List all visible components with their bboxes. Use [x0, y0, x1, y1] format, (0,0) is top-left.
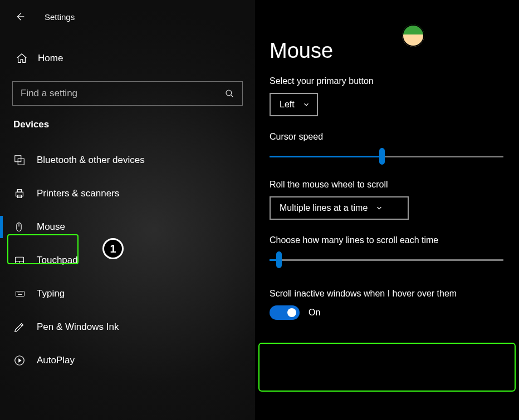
- annotation-callout-1: 1: [102, 238, 124, 259]
- search-input-wrapper[interactable]: [12, 81, 243, 106]
- primary-button-group: Select your primary button Left: [270, 76, 503, 116]
- nav-home-label: Home: [38, 53, 63, 64]
- slider-fill: [270, 156, 382, 157]
- toggle-knob: [287, 308, 296, 317]
- lines-scroll-label: Choose how many lines to scroll each tim…: [270, 235, 503, 245]
- sidebar-item-label: Touchpad: [37, 255, 78, 266]
- wheel-scroll-dropdown[interactable]: Multiple lines at a time: [270, 196, 409, 220]
- sidebar-item-label: Bluetooth & other devices: [37, 155, 145, 166]
- home-icon: [16, 52, 30, 65]
- sidebar-item-pen[interactable]: Pen & Windows Ink: [0, 310, 255, 344]
- printer-icon: [13, 187, 30, 200]
- inactive-scroll-group: Scroll inactive windows when I hover ove…: [270, 289, 503, 320]
- svg-rect-3: [16, 192, 23, 196]
- wheel-scroll-value: Multiple lines at a time: [280, 203, 368, 213]
- title-bar: Settings: [0, 0, 255, 33]
- arrow-left-icon: [14, 11, 26, 23]
- content-pane: Mouse Select your primary button Left Cu…: [255, 0, 519, 420]
- slider-track: [270, 259, 503, 261]
- back-button[interactable]: [12, 9, 28, 24]
- inactive-scroll-label: Scroll inactive windows when I hover ove…: [270, 289, 503, 299]
- svg-rect-4: [17, 190, 21, 192]
- nav-home[interactable]: Home: [0, 43, 255, 73]
- sidebar-item-mouse[interactable]: Mouse: [0, 210, 255, 244]
- bluetooth-devices-icon: [13, 154, 30, 166]
- sidebar-item-bluetooth[interactable]: Bluetooth & other devices: [0, 144, 255, 177]
- sidebar-item-label: Typing: [37, 288, 65, 299]
- search-input[interactable]: [21, 88, 224, 99]
- svg-marker-19: [18, 358, 22, 362]
- svg-point-0: [226, 90, 232, 96]
- inactive-scroll-toggle[interactable]: [270, 305, 300, 320]
- sidebar-item-label: Pen & Windows Ink: [37, 322, 119, 333]
- nav-list: Bluetooth & other devices Printers & sca…: [0, 144, 255, 377]
- mouse-icon: [13, 221, 30, 233]
- chevron-down-icon: [302, 101, 310, 108]
- wheel-scroll-group: Roll the mouse wheel to scroll Multiple …: [270, 180, 503, 220]
- keyboard-icon: [13, 289, 30, 299]
- slider-thumb[interactable]: [379, 148, 385, 165]
- section-title-devices: Devices: [0, 106, 255, 138]
- sidebar-item-touchpad[interactable]: Touchpad: [0, 244, 255, 277]
- lines-scroll-group: Choose how many lines to scroll each tim…: [270, 235, 503, 268]
- primary-button-label: Select your primary button: [270, 76, 503, 86]
- chevron-down-icon: [375, 204, 383, 212]
- cursor-speed-slider[interactable]: [270, 149, 503, 164]
- cursor-speed-label: Cursor speed: [270, 132, 503, 142]
- touchpad-icon: [13, 255, 30, 266]
- inactive-scroll-state: On: [309, 308, 320, 318]
- slider-thumb[interactable]: [276, 251, 282, 268]
- autoplay-icon: [13, 354, 30, 367]
- settings-sidebar: Settings Home Devices Bluetooth & other …: [0, 0, 255, 420]
- avatar: [402, 24, 424, 47]
- app-title: Settings: [45, 12, 75, 22]
- sidebar-item-label: AutoPlay: [37, 355, 75, 366]
- sidebar-item-autoplay[interactable]: AutoPlay: [0, 344, 255, 377]
- inactive-scroll-toggle-row: On: [270, 305, 503, 320]
- search-container: [12, 81, 243, 106]
- sidebar-item-typing[interactable]: Typing: [0, 277, 255, 310]
- lines-scroll-slider[interactable]: [270, 252, 503, 268]
- wheel-scroll-label: Roll the mouse wheel to scroll: [270, 180, 503, 190]
- pen-icon: [13, 321, 30, 333]
- sidebar-item-printers[interactable]: Printers & scanners: [0, 177, 255, 210]
- page-title: Mouse: [270, 39, 503, 63]
- cursor-speed-group: Cursor speed: [270, 132, 503, 164]
- primary-button-value: Left: [280, 100, 295, 110]
- svg-rect-11: [16, 291, 25, 297]
- sidebar-item-label: Printers & scanners: [37, 188, 119, 199]
- search-icon: [224, 88, 234, 98]
- sidebar-item-label: Mouse: [37, 221, 65, 233]
- primary-button-dropdown[interactable]: Left: [270, 93, 318, 116]
- annotation-highlight-2: [258, 343, 516, 392]
